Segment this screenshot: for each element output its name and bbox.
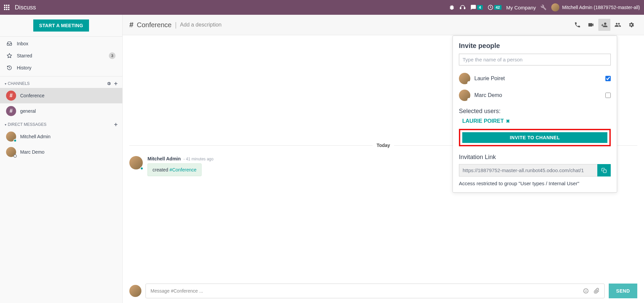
invitation-link-title: Invitation Link <box>459 154 611 161</box>
status-away-icon <box>467 98 471 101</box>
star-icon <box>7 53 13 58</box>
svg-rect-1 <box>464 7 465 9</box>
invitation-link-input[interactable] <box>459 164 597 176</box>
sidebar-item-history[interactable]: History <box>0 62 122 73</box>
status-online-icon <box>140 167 143 170</box>
user-menu[interactable]: Mitchell Admin (18879752-master-all) <box>551 3 640 11</box>
emoji-icon[interactable] <box>583 288 589 294</box>
channel-label: general <box>20 108 36 114</box>
svg-point-5 <box>585 290 585 290</box>
settings-icon[interactable] <box>541 4 547 10</box>
navbar: Discuss 4 42 My Company Mitchell Admin (… <box>0 0 644 15</box>
hash-icon: # <box>129 20 133 29</box>
dm-label: Marc Demo <box>20 149 44 155</box>
company-selector[interactable]: My Company <box>506 5 536 10</box>
channels-header[interactable]: ▾ CHANNELS + <box>0 78 122 88</box>
activities-icon[interactable]: 42 <box>487 4 502 10</box>
svg-rect-7 <box>603 170 606 173</box>
svg-rect-0 <box>460 7 461 9</box>
message-input[interactable]: Message #Conference ... <box>145 284 605 298</box>
person-name: Marc Demo <box>474 92 502 98</box>
sidebar-dm-item[interactable]: Marc Demo <box>0 144 122 160</box>
sidebar-item-inbox[interactable]: Inbox <box>0 38 122 49</box>
starred-count-badge: 3 <box>109 52 116 59</box>
channel-label: Conference <box>20 93 44 98</box>
sidebar-item-label: History <box>17 65 32 70</box>
history-icon <box>7 65 13 70</box>
message-author: Mitchell Admin <box>147 156 181 161</box>
debug-icon[interactable] <box>449 4 455 10</box>
message-content: created #Conference <box>147 163 202 176</box>
inbox-icon <box>7 41 13 46</box>
svg-point-6 <box>587 290 587 290</box>
status-away-icon <box>467 81 471 85</box>
messages-icon[interactable]: 4 <box>470 4 482 10</box>
access-note: Access restricted to group "User types /… <box>459 181 611 186</box>
channel-link[interactable]: #Conference <box>170 167 197 172</box>
selected-users-title: Selected users: <box>459 108 611 115</box>
person-name: Laurie Poiret <box>474 75 505 82</box>
dm-label: Mitchell Admin <box>20 134 50 139</box>
channel-title: Conference <box>137 21 171 29</box>
add-user-button[interactable] <box>598 19 610 31</box>
app-title: Discuss <box>15 4 36 11</box>
person-checkbox[interactable] <box>605 76 611 81</box>
members-button[interactable] <box>612 19 624 31</box>
sidebar-item-label: Starred <box>17 53 32 58</box>
message-time: - 41 minutes ago <box>183 157 213 161</box>
sidebar-item-starred[interactable]: Starred 3 <box>0 49 122 62</box>
chevron-down-icon: ▾ <box>5 123 6 127</box>
invite-search-input[interactable] <box>459 54 611 65</box>
invite-popover: Invite people Laurie Poiret Marc Demo Se… <box>453 36 617 193</box>
sidebar-channel-conference[interactable]: # Conference <box>0 88 122 103</box>
avatar <box>129 285 141 297</box>
gear-icon[interactable] <box>106 81 111 86</box>
channel-avatar-icon: # <box>6 106 16 116</box>
selected-user-tag: LAURIE POIRET ✖ <box>462 118 510 124</box>
svg-marker-3 <box>7 53 11 58</box>
send-button[interactable]: SEND <box>609 284 637 298</box>
channel-header: # Conference | Add a description <box>123 15 644 35</box>
person-checkbox[interactable] <box>605 93 611 98</box>
avatar <box>6 132 16 142</box>
avatar <box>459 73 470 84</box>
dm-header[interactable]: ▾ DIRECT MESSAGES + <box>0 119 122 129</box>
call-button[interactable] <box>571 19 584 31</box>
invite-button-highlight: INVITE TO CHANNEL <box>459 129 611 146</box>
attachment-icon[interactable] <box>594 288 600 294</box>
plus-icon[interactable]: + <box>114 81 118 86</box>
remove-icon[interactable]: ✖ <box>506 118 510 124</box>
avatar <box>6 147 16 157</box>
user-avatar-icon <box>551 3 559 11</box>
invite-title: Invite people <box>459 42 611 50</box>
svg-point-4 <box>584 289 588 293</box>
sidebar-channel-general[interactable]: # general <box>0 103 122 119</box>
sidebar: START A MEETING Inbox Starred 3 Hist <box>0 15 123 303</box>
phone-support-icon[interactable] <box>460 4 466 10</box>
avatar <box>459 90 470 101</box>
invite-person-row[interactable]: Laurie Poiret <box>459 70 611 87</box>
video-call-button[interactable] <box>585 19 597 31</box>
channel-avatar-icon: # <box>6 91 16 101</box>
invite-to-channel-button[interactable]: INVITE TO CHANNEL <box>462 132 607 143</box>
chevron-down-icon: ▾ <box>5 82 6 86</box>
user-name: Mitchell Admin (18879752-master-all) <box>562 5 640 10</box>
sidebar-item-label: Inbox <box>17 41 28 46</box>
settings-button[interactable] <box>625 19 637 31</box>
messages-badge: 4 <box>477 5 482 10</box>
status-online-icon <box>13 139 17 142</box>
activities-badge: 42 <box>494 5 502 10</box>
composer: Message #Conference ... SEND <box>123 279 644 303</box>
start-meeting-button[interactable]: START A MEETING <box>33 19 89 32</box>
status-away-icon <box>13 154 17 158</box>
invite-person-row[interactable]: Marc Demo <box>459 87 611 104</box>
sidebar-dm-item[interactable]: Mitchell Admin <box>0 129 122 144</box>
plus-icon[interactable]: + <box>114 122 118 127</box>
copy-link-button[interactable] <box>597 164 611 176</box>
avatar <box>129 156 143 169</box>
apps-icon[interactable] <box>4 5 9 10</box>
channel-description-input[interactable]: Add a description <box>180 22 222 28</box>
